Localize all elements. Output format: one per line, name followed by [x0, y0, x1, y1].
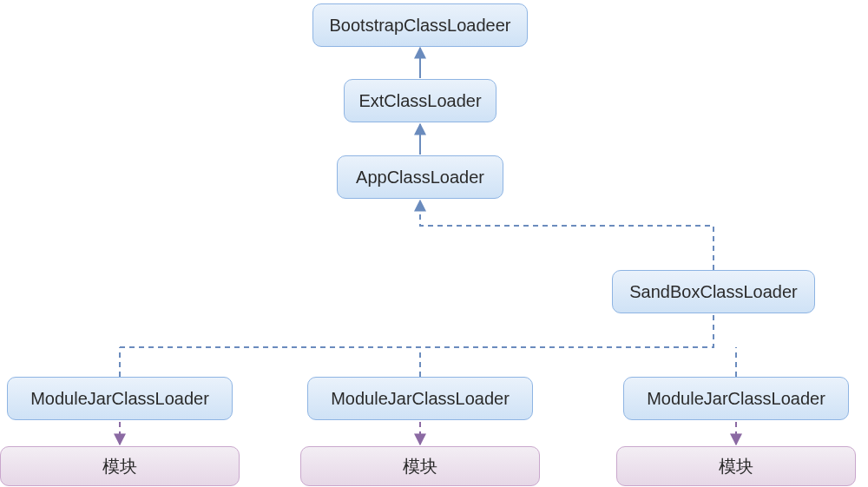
- node-label: 模块: [403, 455, 437, 478]
- node-label: 模块: [719, 455, 753, 478]
- node-label: ModuleJarClassLoader: [647, 389, 825, 409]
- node-label: SandBoxClassLoader: [629, 282, 797, 302]
- node-modulejar-1: ModuleJarClassLoader: [7, 377, 233, 420]
- node-module-2: 模块: [300, 446, 540, 486]
- node-modulejar-2: ModuleJarClassLoader: [307, 377, 533, 420]
- node-label: 模块: [102, 455, 137, 478]
- node-app: AppClassLoader: [337, 155, 503, 199]
- node-label: AppClassLoader: [356, 168, 484, 188]
- node-label: ExtClassLoader: [358, 91, 481, 111]
- edge-bus-from-sandbox: [120, 315, 713, 347]
- node-ext: ExtClassLoader: [344, 79, 496, 122]
- node-modulejar-3: ModuleJarClassLoader: [623, 377, 849, 420]
- node-module-3: 模块: [616, 446, 856, 486]
- diagram-canvas: BootstrapClassLoadeer ExtClassLoader App…: [0, 0, 868, 487]
- node-label: ModuleJarClassLoader: [30, 389, 209, 409]
- node-sandbox: SandBoxClassLoader: [612, 270, 815, 313]
- edge-sandbox-app: [420, 201, 713, 270]
- node-label: ModuleJarClassLoader: [331, 389, 510, 409]
- node-bootstrap: BootstrapClassLoadeer: [312, 3, 528, 47]
- node-label: BootstrapClassLoadeer: [329, 16, 510, 36]
- node-module-1: 模块: [0, 446, 240, 486]
